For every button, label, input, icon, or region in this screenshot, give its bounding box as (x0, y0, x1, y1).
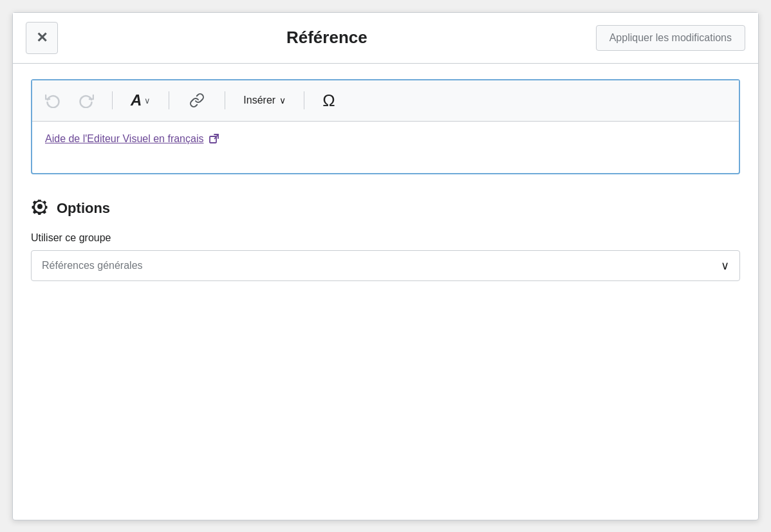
editor-container: A ∨ Insérer ∨ Ω (31, 79, 740, 174)
link-icon (187, 93, 207, 108)
link-text: Aide de l'Editeur Visuel en français (45, 133, 203, 145)
redo-button[interactable] (76, 90, 97, 111)
undo-icon (45, 93, 60, 108)
toolbar-divider-4 (304, 91, 304, 109)
close-icon: ✕ (36, 30, 48, 46)
options-section: Options Utiliser ce groupe Références gé… (31, 197, 740, 281)
group-select[interactable]: Références générales ∨ (31, 250, 740, 281)
apply-button[interactable]: Appliquer les modifications (596, 25, 745, 51)
redo-icon (79, 93, 94, 108)
toolbar-divider-2 (169, 91, 169, 109)
dialog-title: Référence (58, 28, 596, 48)
toolbar-divider-3 (225, 91, 225, 109)
special-char-button[interactable]: Ω (320, 88, 337, 113)
group-field-label: Utiliser ce groupe (31, 232, 740, 244)
dialog-body: A ∨ Insérer ∨ Ω (13, 64, 758, 520)
omega-icon: Ω (322, 91, 335, 111)
editor-toolbar: A ∨ Insérer ∨ Ω (32, 80, 739, 122)
font-icon: A (131, 91, 142, 109)
editor-content[interactable]: Aide de l'Editeur Visuel en français (32, 122, 739, 173)
insert-chevron-icon: ∨ (279, 95, 286, 105)
close-button[interactable]: ✕ (26, 22, 58, 54)
external-link-icon (209, 134, 219, 144)
dialog-header: ✕ Référence Appliquer les modifications (13, 13, 758, 64)
font-format-button[interactable]: A ∨ (128, 89, 153, 112)
dialog: ✕ Référence Appliquer les modifications (12, 12, 759, 520)
font-chevron-icon: ∨ (144, 96, 151, 105)
editor-help-link[interactable]: Aide de l'Editeur Visuel en français (45, 133, 219, 145)
link-button[interactable] (185, 90, 209, 111)
gear-icon (31, 197, 49, 219)
undo-button[interactable] (42, 90, 63, 111)
insert-button[interactable]: Insérer ∨ (241, 92, 288, 109)
select-value: Références générales (42, 260, 143, 271)
toolbar-divider-1 (112, 91, 113, 109)
insert-label: Insérer (243, 95, 275, 106)
options-heading-text: Options (57, 200, 110, 217)
options-heading: Options (31, 197, 740, 219)
select-chevron-icon: ∨ (721, 259, 729, 273)
